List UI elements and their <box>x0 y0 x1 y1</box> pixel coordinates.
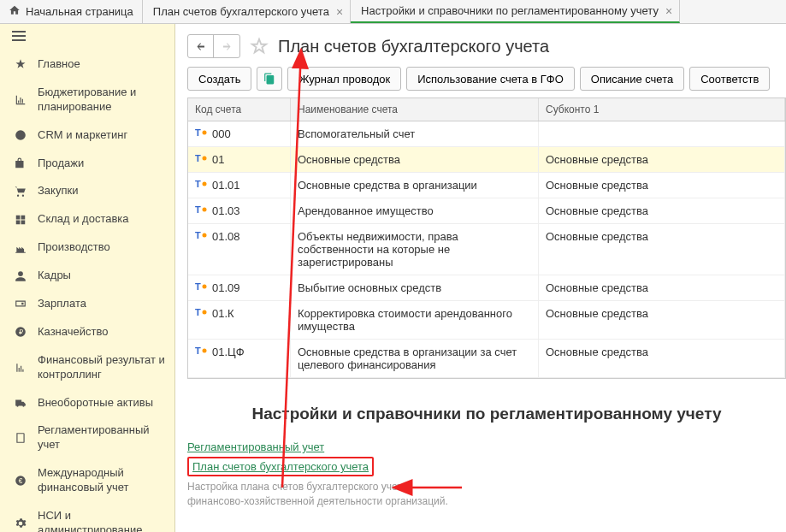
table-row[interactable]: T01.08Объекты недвижимости, права собств… <box>188 224 785 275</box>
cell-sub <box>539 121 785 146</box>
close-icon[interactable]: × <box>665 4 672 18</box>
sidebar-item-crm[interactable]: CRM и маркетинг <box>0 121 174 150</box>
svg-text:T: T <box>195 127 201 138</box>
tab-label: План счетов бухгалтерского учета <box>153 5 329 18</box>
sidebar-item-budgeting[interactable]: Бюджетирование и планирование <box>0 79 174 121</box>
table-row[interactable]: T000Вспомогательный счет <box>188 121 785 147</box>
sidebar-item-label: Международный финансовый учет <box>38 466 166 495</box>
tab-chart-of-accounts[interactable]: План счетов бухгалтерского учета × <box>143 0 351 23</box>
svg-point-5 <box>203 131 207 135</box>
account-icon: T <box>195 281 207 292</box>
pie-icon <box>12 129 29 141</box>
back-button[interactable] <box>188 35 214 57</box>
table-row[interactable]: T01.09Выбытие основных средствОсновные с… <box>188 275 785 301</box>
star-icon <box>12 58 29 70</box>
table-row[interactable]: T01.ЦФОсновные средства в организации за… <box>188 340 785 378</box>
cell-code: 01.01 <box>212 179 240 192</box>
cell-sub: Основные средства <box>539 301 785 339</box>
tab-home[interactable]: Начальная страница <box>0 0 143 23</box>
sidebar-item-hr[interactable]: Кадры <box>0 262 174 290</box>
sidebar-item-main[interactable]: Главное <box>0 50 174 79</box>
description-button[interactable]: Описание счета <box>580 67 684 91</box>
sidebar-item-label: Внеоборотные активы <box>38 396 153 411</box>
book-icon <box>12 432 29 444</box>
cell-name: Основные средства <box>291 147 539 172</box>
forward-button[interactable] <box>214 35 239 57</box>
bag-icon <box>12 157 29 169</box>
chart-icon <box>12 362 29 374</box>
sidebar-item-financial-result[interactable]: Финансовый результат и контроллинг <box>0 346 174 389</box>
svg-text:T: T <box>195 230 201 240</box>
svg-point-11 <box>203 208 207 212</box>
gfo-button[interactable]: Использование счета в ГФО <box>406 67 575 91</box>
sidebar-item-warehouse[interactable]: Склад и доставка <box>0 205 174 233</box>
tab-settings-accounting[interactable]: Настройки и справочники по регламентиров… <box>351 0 680 23</box>
tab-label: Настройки и справочники по регламентиров… <box>361 4 659 17</box>
nav-buttons <box>187 34 240 58</box>
sidebar-item-label: Главное <box>38 57 80 72</box>
journal-button[interactable]: Журнал проводок <box>287 67 401 91</box>
menu-toggle[interactable] <box>0 24 174 50</box>
svg-text:€: € <box>19 477 23 485</box>
sidebar-item-label: Производство <box>38 240 110 255</box>
sidebar-item-sales[interactable]: Продажи <box>0 150 174 178</box>
ruble-icon: ₽ <box>12 326 29 338</box>
highlight-box: План счетов бухгалтерского учета <box>187 457 374 476</box>
grid-icon <box>12 214 29 226</box>
sidebar-item-payroll[interactable]: Зарплата <box>0 290 174 318</box>
cell-sub: Основные средства <box>539 147 785 172</box>
sidebar-item-label: Казначейство <box>38 325 108 340</box>
person-icon <box>12 270 29 282</box>
sidebar-item-purchasing[interactable]: Закупки <box>0 177 174 205</box>
sidebar-item-label: CRM и маркетинг <box>38 128 127 143</box>
cell-code: 01.03 <box>212 204 240 217</box>
cell-code: 01.ЦФ <box>212 346 245 358</box>
sidebar-item-label: Кадры <box>38 269 71 283</box>
account-icon: T <box>195 179 207 189</box>
cell-code: 01.09 <box>212 281 240 294</box>
matching-button[interactable]: Соответств <box>689 67 770 91</box>
cell-sub: Основные средства <box>539 275 785 300</box>
svg-text:T: T <box>195 346 201 356</box>
link-regulated-accounting[interactable]: Регламентированный учет <box>187 440 324 453</box>
cell-code: 01.08 <box>212 230 240 243</box>
table-row[interactable]: T01.01Основные средства в организацииОсн… <box>188 173 785 198</box>
account-icon: T <box>195 230 207 240</box>
col-header-code[interactable]: Код счета <box>188 98 291 121</box>
cell-name: Основные средства в организации <box>291 173 539 198</box>
close-icon[interactable]: × <box>336 5 343 19</box>
sidebar-item-nsi-administration[interactable]: НСИ и администрирование <box>0 502 174 532</box>
accounts-table: Код счета Наименование счета Субконто 1 … <box>187 98 786 379</box>
cell-name: Объекты недвижимости, права собственност… <box>291 224 539 275</box>
col-header-sub1[interactable]: Субконто 1 <box>539 98 785 121</box>
svg-text:T: T <box>195 281 201 292</box>
sidebar-item-label: Бюджетирование и планирование <box>38 86 166 115</box>
sidebar-item-label: Зарплата <box>38 297 86 311</box>
sidebar-item-treasury[interactable]: ₽ Казначейство <box>0 318 174 346</box>
sidebar-item-production[interactable]: Производство <box>0 233 174 262</box>
cell-sub: Основные средства <box>539 198 785 223</box>
sidebar-item-noncurrent-assets[interactable]: Внеоборотные активы <box>0 389 174 417</box>
cell-name: Выбытие основных средств <box>291 275 539 300</box>
svg-text:T: T <box>195 153 201 163</box>
sidebar-item-label: Закупки <box>38 184 78 198</box>
svg-point-17 <box>203 310 207 315</box>
sidebar-item-regulated-accounting[interactable]: Регламентированный учет <box>0 417 174 459</box>
copy-button[interactable] <box>257 67 282 91</box>
account-icon: T <box>195 127 207 138</box>
sidebar: Главное Бюджетирование и планирование CR… <box>0 24 175 532</box>
col-header-name[interactable]: Наименование счета <box>291 98 539 121</box>
cell-code: 000 <box>212 127 231 140</box>
table-row[interactable]: T01Основные средстваОсновные средства <box>188 147 785 173</box>
table-row[interactable]: T01.ККорректировка стоимости арендованно… <box>188 301 785 340</box>
account-icon: T <box>195 307 207 317</box>
favorite-button[interactable] <box>247 34 271 58</box>
table-row[interactable]: T01.03Арендованное имуществоОсновные сре… <box>188 198 785 224</box>
svg-text:T: T <box>195 307 201 317</box>
sidebar-item-international-accounting[interactable]: € Международный финансовый учет <box>0 459 174 502</box>
svg-point-7 <box>203 157 207 161</box>
create-button[interactable]: Создать <box>187 67 251 91</box>
truck-icon <box>12 397 29 409</box>
link-chart-of-accounts[interactable]: План счетов бухгалтерского учета <box>192 460 369 473</box>
cell-sub: Основные средства <box>539 340 785 377</box>
